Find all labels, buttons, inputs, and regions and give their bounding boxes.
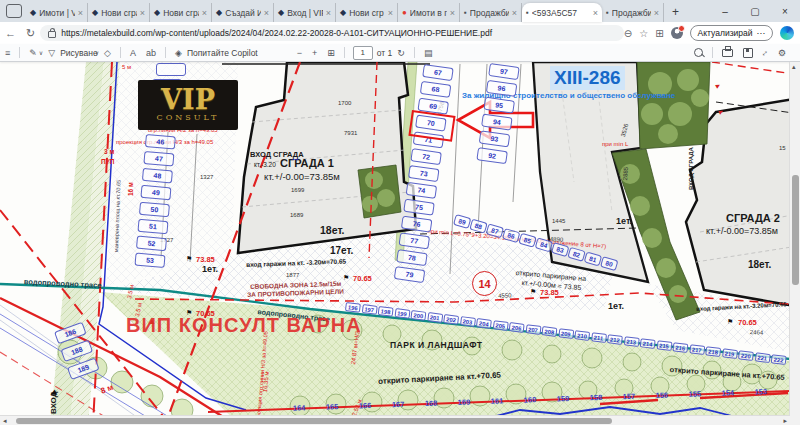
collections-icon[interactable]: ⊞ <box>655 28 663 39</box>
parking-spot: 199 <box>394 308 410 319</box>
parking-spot: 95 <box>483 97 515 114</box>
maximize-button[interactable]: ▢ <box>740 6 770 17</box>
translate-icon[interactable]: ab <box>146 48 156 58</box>
parking-spot: 78 <box>396 249 428 266</box>
parking-spot: 67 <box>422 64 454 81</box>
horizontal-scrollbar-thumb[interactable] <box>16 418 612 424</box>
chevron-down-icon[interactable]: ∨ <box>39 49 43 56</box>
parking-spot: 220 <box>738 350 754 361</box>
vertical-scrollbar-thumb[interactable] <box>792 175 799 285</box>
tab-close-icon[interactable]: × <box>140 8 145 18</box>
parking-spot-number: 164 <box>284 403 314 413</box>
vertical-scrollbar[interactable]: ▴ <box>789 62 800 425</box>
browser-tab[interactable]: ◆ Нови сгр × <box>336 3 398 22</box>
parking-spot: 47 <box>143 151 174 167</box>
draw-label[interactable]: Рисуване <box>60 48 98 58</box>
scroll-right-icon[interactable]: ▸ <box>783 417 787 425</box>
parking-spot: 51 <box>137 219 168 235</box>
tab-close-icon[interactable]: × <box>593 8 598 18</box>
parking-spot: 222 <box>771 354 787 365</box>
browser-tab[interactable]: ▪ Продажби × <box>602 3 664 22</box>
parking-spot: 77 <box>399 232 431 249</box>
parking-spot: 219 <box>722 348 738 359</box>
browser-tab[interactable]: ● Имоти в гр × <box>398 3 460 22</box>
tab-label: Имоти в гр <box>410 8 447 18</box>
refresh-icon[interactable]: ↻ <box>26 27 35 40</box>
zoom-out-button[interactable]: − <box>297 48 302 58</box>
parking-spot: 73 <box>408 165 440 182</box>
browser-tab[interactable]: ◆ Вход | VIP C × <box>274 3 336 22</box>
browser-tab[interactable]: ◆ Имоти | VIP × <box>26 3 88 22</box>
zoom-in-button[interactable]: + <box>312 48 317 58</box>
page-view-icon[interactable]: ▤ <box>424 48 433 58</box>
draw-pen-icon[interactable]: ▽ <box>48 48 55 58</box>
tab-close-icon[interactable]: × <box>388 8 393 18</box>
search-icon[interactable] <box>694 48 703 57</box>
parking-spot: 93 <box>479 130 511 147</box>
scroll-left-icon[interactable]: ◂ <box>3 417 7 425</box>
parking-spot: 198 <box>378 306 394 317</box>
eraser-icon[interactable]: ◇ <box>104 48 111 58</box>
elevation-7065: 70.65 <box>353 275 372 283</box>
page-number-input[interactable]: 1 <box>353 46 373 60</box>
rotate-icon[interactable]: ↻ <box>397 48 405 58</box>
tab-close-icon[interactable]: × <box>264 8 269 18</box>
parking-spot: 204 <box>476 318 492 329</box>
parking-spot: 68 <box>420 81 452 98</box>
edge-logo-icon[interactable] <box>780 26 794 40</box>
parking-spot: 201 <box>427 312 443 323</box>
fullscreen-icon[interactable]: ↕ <box>761 47 771 57</box>
read-aloud-icon[interactable]: A <box>130 48 136 58</box>
zoom-out-icon[interactable]: ⊖ <box>624 28 632 39</box>
browser-tab[interactable]: ▪ <593A5C57 × <box>522 3 602 22</box>
tab-favicon: ◆ <box>278 8 284 17</box>
parking-spot-number: 159 <box>548 394 578 404</box>
more-options-icon[interactable]: ⋯ <box>757 28 766 38</box>
address-bar: ← ↻ https://metalexbuild.com/wp-content/… <box>0 22 800 45</box>
page-count-label: от 1 <box>377 48 393 58</box>
fit-page-icon[interactable]: ⊞ <box>327 48 335 58</box>
logo-text: VIP <box>161 88 215 112</box>
back-icon[interactable]: ← <box>5 27 16 39</box>
parking-spot: 97 <box>488 63 520 80</box>
tab-search-icon[interactable] <box>6 4 22 18</box>
dim: 15 <box>779 145 786 151</box>
browser-tab[interactable]: ◆ Нови сград × <box>150 3 212 22</box>
benchmark-flag-icon: ⚑ <box>727 318 733 326</box>
profile-avatar[interactable] <box>671 27 683 39</box>
tab-close-icon[interactable]: × <box>78 8 83 18</box>
tab-close-icon[interactable]: × <box>202 8 207 18</box>
horizontal-scrollbar[interactable]: ◂ ▸ <box>0 415 790 425</box>
copilot-icon: ◈ <box>175 48 182 58</box>
dim: 2464 <box>750 329 764 336</box>
dim-16m: 16 м <box>128 182 135 196</box>
tab-close-icon[interactable]: × <box>450 8 455 18</box>
dim: 7931 <box>344 130 357 136</box>
browser-tab[interactable]: ◆ Създай Им × <box>212 3 274 22</box>
print-icon[interactable] <box>722 49 733 57</box>
tab-bar: ◆ Имоти | VIP × ◆ Нови сград × ◆ Нови сг… <box>0 0 800 22</box>
close-button[interactable]: × <box>770 6 800 17</box>
tab-close-icon[interactable]: × <box>654 8 659 18</box>
url-field[interactable]: https://metalexbuild.com/wp-content/uplo… <box>40 25 624 41</box>
dim-pup: ПУП <box>101 159 114 166</box>
tab-close-icon[interactable]: × <box>326 8 331 18</box>
parking-spot: 76 <box>401 216 433 233</box>
update-button[interactable]: Актуализирай ⋯ <box>690 25 773 41</box>
chevron-down-icon[interactable]: ∨ <box>95 49 99 56</box>
pdf-toolbar: ≡ ✎ ∨ ▽ Рисуване ∨ ◇ A ab ◈ Попитайте Co… <box>0 44 800 62</box>
tab-close-icon[interactable]: × <box>512 8 517 18</box>
contents-menu-icon[interactable]: ≡ <box>5 48 10 58</box>
scroll-up-icon[interactable]: ▴ <box>792 63 796 71</box>
tab-strip: ◆ Имоти | VIP × ◆ Нови сград × ◆ Нови сг… <box>26 0 664 22</box>
copilot-button[interactable]: Попитайте Copilot <box>187 48 258 58</box>
browser-tab[interactable]: ◆ Нови сград × <box>88 3 150 22</box>
save-icon[interactable] <box>743 48 753 58</box>
highlighter-icon[interactable]: ✎ <box>29 48 37 58</box>
new-tab-button[interactable]: + <box>672 5 679 19</box>
favorite-star-icon[interactable]: ☆ <box>639 28 648 39</box>
minimize-button[interactable]: – <box>710 6 740 17</box>
dim: 1699 <box>291 187 304 193</box>
settings-gear-icon[interactable]: ⚙ <box>778 48 786 58</box>
browser-tab[interactable]: ▪ Продажби × <box>460 3 522 22</box>
